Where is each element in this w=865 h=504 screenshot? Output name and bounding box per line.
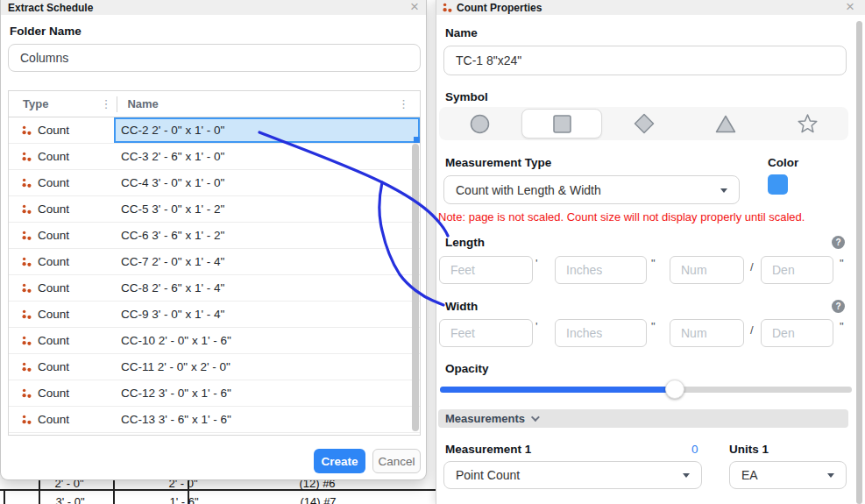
symbol-option-diamond[interactable] [603,107,684,140]
create-button[interactable]: Create [314,449,365,473]
count-properties-icon [443,2,452,13]
name-cell[interactable]: CC-13 3' - 6" x 1' - 6" [114,407,420,432]
feet-unit: ' [535,320,537,333]
name-cell-label: CC-8 2' - 6" x 1' - 4" [121,281,224,295]
symbol-option-star[interactable] [767,107,848,140]
name-cell[interactable]: CC-11 2' - 0" x 2' - 0" [114,354,420,380]
table-row[interactable]: Count CC-11 2' - 0" x 2' - 0" [9,354,420,380]
table-row[interactable]: Count CC-8 2' - 6" x 1' - 4" [9,275,420,302]
name-cell-label: CC-7 2' - 0" x 1' - 4" [121,255,224,268]
opacity-label: Opacity [445,362,489,375]
name-cell[interactable]: CC-12 3' - 0" x 1' - 6" [114,380,420,406]
help-icon[interactable]: ? [832,236,845,249]
symbol-option-circle[interactable] [439,107,521,140]
table-row[interactable]: Count CC-4 3' - 0" x 1' - 0" [9,170,420,196]
width-den-input[interactable] [761,319,833,347]
square-icon [553,115,571,133]
table-row[interactable]: Count CC-12 3' - 0" x 1' - 6" [9,380,420,407]
schedule-table: Type ⋮ Name ⋮ Count CC-2 2' - 0" x 1' - … [8,90,421,436]
opacity-slider[interactable] [440,387,852,393]
cancel-button[interactable]: Cancel [372,449,421,473]
panel-titlebar: Count Properties × [436,0,865,15]
close-icon[interactable]: × [410,0,419,15]
type-cell: Count [9,196,114,222]
symbol-option-triangle[interactable] [684,107,766,140]
color-label: Color [768,156,798,169]
name-cell[interactable]: CC-5 3' - 0" x 1' - 2" [114,196,420,222]
name-cell[interactable]: CC-3 2' - 6" x 1' - 0" [114,144,420,169]
name-column-header[interactable]: Name [127,97,158,110]
type-cell-label: Count [38,360,69,373]
count-type-icon [22,309,32,320]
width-inches-input[interactable] [555,319,647,347]
count-type-icon [22,203,32,215]
table-row[interactable]: Count CC-6 3' - 6" x 1' - 2" [9,223,420,249]
type-cell-label: Count [38,281,69,295]
kebab-menu-icon[interactable]: ⋮ [100,97,111,110]
length-feet-input[interactable] [439,256,533,284]
width-num-input[interactable] [670,319,744,347]
measurements-section-header[interactable]: Measurements [438,409,848,428]
name-cell[interactable]: CC-9 3' - 0" x 1' - 4" [114,302,420,327]
bg-table-line [39,479,40,504]
name-cell[interactable]: CC-10 2' - 0" x 1' - 6" [114,328,420,353]
panel-title: Count Properties [457,2,542,14]
chevron-down-icon [683,473,690,478]
help-icon[interactable]: ? [832,300,845,313]
length-inches-input[interactable] [555,256,647,284]
count-type-icon [22,282,32,294]
name-cell[interactable]: CC-8 2' - 6" x 1' - 4" [114,275,420,301]
kebab-menu-icon[interactable]: ⋮ [398,97,409,110]
name-cell[interactable]: CC-2 2' - 0" x 1' - 0" [114,117,420,143]
table-scrollbar[interactable] [412,144,419,431]
type-column-header[interactable]: Type [23,97,48,110]
count-properties-panel: Count Properties × Name Symbol [436,0,865,504]
measurement-type-value: Count with Length & Width [456,183,601,197]
width-label: Width [445,300,478,313]
length-num-input[interactable] [670,256,744,284]
opacity-slider-thumb[interactable] [665,380,684,399]
type-cell-label: Count [38,413,69,426]
name-cell-label: CC-4 3' - 0" x 1' - 0" [121,176,224,189]
type-cell: Count [9,380,114,406]
measurement-type-select[interactable]: Count with Length & Width [443,175,740,204]
table-row[interactable]: Count CC-7 2' - 0" x 1' - 4" [9,249,420,275]
count-name-input[interactable] [443,46,847,75]
table-row[interactable]: Count CC-10 2' - 0" x 1' - 6" [9,328,420,354]
bg-table-line [113,479,115,504]
table-row[interactable]: Count CC-13 3' - 6" x 1' - 6" [9,407,420,433]
table-row[interactable]: Count CC-9 3' - 0" x 1' - 4" [9,302,420,328]
table-row[interactable]: Count CC-2 2' - 0" x 1' - 0" [9,117,420,144]
type-cell: Count [9,117,114,143]
count-type-icon [22,177,32,188]
bg-cell: 3' - 0" [55,495,84,504]
inch-unit: " [651,320,656,333]
color-swatch[interactable] [768,174,788,195]
width-feet-input[interactable] [439,319,533,347]
triangle-icon [715,115,736,133]
panel-scrollbar[interactable] [856,21,862,504]
name-cell[interactable]: CC-4 3' - 0" x 1' - 0" [114,170,420,195]
length-den-input[interactable] [761,256,833,284]
count-type-icon [22,256,32,267]
measurement1-label: Measurement 1 [445,443,531,456]
measurement1-count: 0 [691,443,698,456]
measurement1-select[interactable]: Point Count [443,461,702,489]
close-icon[interactable]: × [846,0,854,15]
count-type-icon [22,361,32,373]
symbol-option-square[interactable] [521,107,602,140]
table-row[interactable]: Count CC-5 3' - 0" x 1' - 2" [9,196,420,223]
folder-name-input[interactable] [8,44,421,72]
units1-select[interactable]: EA [729,461,847,489]
name-cell[interactable]: CC-6 3' - 6" x 1' - 2" [114,223,420,248]
symbol-picker [439,107,848,140]
star-icon [798,114,818,133]
type-cell: Count [9,144,114,169]
inch-unit: " [840,257,844,270]
table-row[interactable]: Count CC-3 2' - 6" x 1' - 0" [9,144,420,170]
name-label: Name [445,26,478,39]
name-cell[interactable]: CC-7 2' - 0" x 1' - 4" [114,249,420,274]
units1-value: EA [741,468,758,482]
type-cell: Count [9,354,114,380]
type-cell: Count [9,275,114,301]
